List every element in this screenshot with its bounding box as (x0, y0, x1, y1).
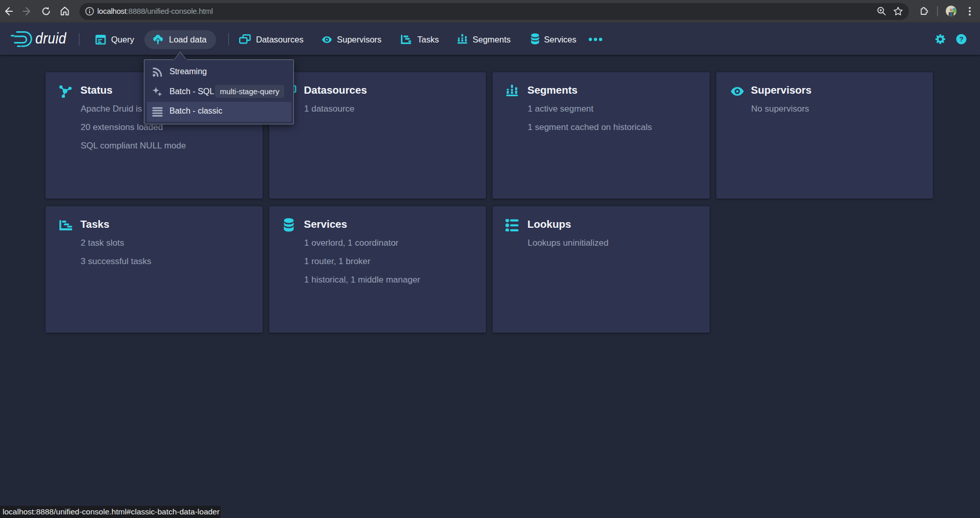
svg-text:?: ? (959, 35, 963, 43)
